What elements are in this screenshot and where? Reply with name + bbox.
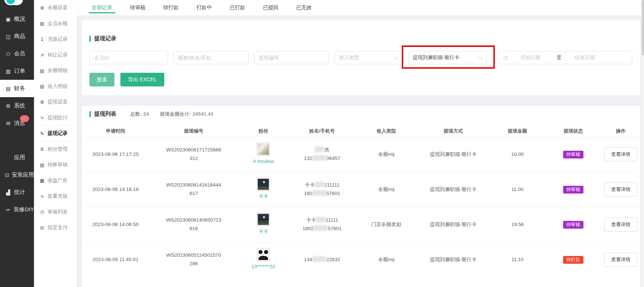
list-section-title: 提现列表 总数: 24 提现金额合计: 24541.43 xyxy=(82,106,640,117)
sidebar-item-label: 商品 xyxy=(14,33,25,40)
status-badge: 待打款 xyxy=(563,256,584,264)
sidebar-item-overview[interactable]: ▣概况 xyxy=(0,10,34,28)
submenu-item-label: 积分管理 xyxy=(48,146,68,153)
search-button[interactable]: 搜索 xyxy=(89,73,114,86)
cell-action: 查看详情 xyxy=(601,147,640,161)
submenu-item-balance-details[interactable]: ▤余额明细 xyxy=(34,63,77,79)
cell-withdraw-method: 提现到兼职猫-银行卡 xyxy=(417,185,490,194)
sidebar-item-label: 统计 xyxy=(14,189,25,196)
primary-sidebar-items: ▣概况◫商品⚇会员▥订单▤财务⚙系统✉消息...应用⊡安装应用▟统计✑装修DIY xyxy=(0,10,34,218)
list-section-title-text: 提现列表 xyxy=(94,110,116,117)
fan-nickname[interactable]: 卡卡 xyxy=(238,228,288,236)
fan-nickname[interactable]: 卡卡 xyxy=(238,192,288,201)
masked-text xyxy=(312,155,326,161)
table-row: 2023-06-05 11:45:01WS2023060511450157028… xyxy=(82,242,640,277)
submenu-item-transfer-records[interactable]: ⇗转让记录 xyxy=(34,47,77,63)
submenu-item-income-details[interactable]: ▤收入明细 xyxy=(34,79,77,95)
member-id-input[interactable] xyxy=(89,51,168,64)
cell-fan: 卡卡 xyxy=(238,178,288,201)
view-detail-button[interactable]: 查看详情 xyxy=(604,253,637,267)
date-end-placeholder[interactable]: 结束日期 xyxy=(575,54,595,61)
tab-paid[interactable]: 已打款 xyxy=(225,0,250,16)
view-detail-button[interactable]: 查看详情 xyxy=(604,147,637,161)
chevron-down-icon xyxy=(479,56,483,59)
sidebar-item-orders[interactable]: ▥订单 xyxy=(0,62,34,80)
submenu-item-designated-payment[interactable]: ⊟指定支付 xyxy=(34,220,77,236)
fan-nickname[interactable]: 13*******32 xyxy=(238,263,288,271)
cell-apply-time: 2023-06-06 14:06:50 xyxy=(82,221,149,229)
sidebar-item-diy[interactable]: ✑装修DIY xyxy=(0,201,34,218)
cell-income-type: 门店余额奖励 xyxy=(356,221,417,229)
nickname-input[interactable] xyxy=(174,51,249,64)
submenu-item-balance-settings[interactable]: ⚙余额设置 xyxy=(34,0,77,16)
submenu-item-label: 充值记录 xyxy=(48,36,68,42)
fan-nickname[interactable]: A Incubus xyxy=(238,157,288,165)
export-excel-button[interactable]: 导出 EXCEL xyxy=(120,73,164,86)
view-detail-button[interactable]: 查看详情 xyxy=(604,218,637,232)
install-apps-icon: ⊡ xyxy=(5,172,9,178)
download-icon: ↧ xyxy=(39,37,45,42)
view-detail-button[interactable]: 查看详情 xyxy=(604,182,637,197)
sidebar-item-label: 安装应用 xyxy=(12,171,34,178)
cell-amount: 10.00 xyxy=(490,150,545,159)
cell-withdraw-method: 提现到兼职猫-银行卡 xyxy=(417,150,490,159)
withdraw-filter-panel: 提现记录 收入类型 提现到兼职猫-银行卡 ◷ 开始日期 至 结束日期 搜索 导 xyxy=(82,20,640,95)
system-gear-icon: ⚙ xyxy=(5,103,11,109)
withdraw-method-select[interactable]: 提现到兼职猫-银行卡 xyxy=(408,51,487,64)
filter-inputs-row: 收入类型 提现到兼职猫-银行卡 ◷ 开始日期 至 结束日期 xyxy=(89,51,640,64)
sidebar-item-apps[interactable]: 应用 xyxy=(0,149,34,166)
submenu-item-audit-list[interactable]: ◷审核列表 xyxy=(34,204,77,220)
sidebar-item-install-apps[interactable]: ⊡安装应用 xyxy=(0,166,34,184)
submenu-item-withdraw-records[interactable]: ✎提现记录 xyxy=(34,126,77,141)
status-badge: 待审核 xyxy=(563,221,584,229)
line-chart-icon: ∿ xyxy=(39,115,45,120)
submenu-item-recharge-records[interactable]: ↧充值记录 xyxy=(34,31,77,47)
date-range-picker[interactable]: ◷ 开始日期 至 结束日期 xyxy=(499,51,632,64)
cell-withdraw-method: 提现到兼职猫-银行卡 xyxy=(417,221,490,229)
column-header-3: 粉丝 xyxy=(238,128,288,134)
submenu-item-label: 批量充值 xyxy=(48,193,68,199)
filter-section-title-text: 提现记录 xyxy=(94,35,116,42)
submenu-item-member-balance[interactable]: ▤会员余额 xyxy=(34,16,77,32)
sidebar-item-members[interactable]: ⚇会员 xyxy=(0,45,34,62)
cart-icon: ▥ xyxy=(5,68,11,74)
tab-rejected[interactable]: 已驳回 xyxy=(258,0,283,16)
income-type-select[interactable]: 收入类型 xyxy=(334,51,402,64)
sidebar-item-system[interactable]: ⚙系统 xyxy=(0,97,34,115)
overview-icon: ▣ xyxy=(5,16,11,22)
apps-grid-icon xyxy=(5,154,11,161)
sidebar-item-finance[interactable]: ▤财务 xyxy=(0,80,34,97)
sidebar-item-goods[interactable]: ◫商品 xyxy=(0,28,34,45)
document-icon: ▤ xyxy=(39,83,45,89)
submenu-item-batch-recharge[interactable]: ∿批量充值 xyxy=(34,188,77,204)
tab-invalid[interactable]: 已无效 xyxy=(292,0,316,16)
status-badge: 待审核 xyxy=(563,186,584,194)
submenu-item-revenue-ads[interactable]: ▦收益广告 xyxy=(34,173,77,189)
goods-icon: ◫ xyxy=(5,34,11,40)
vertical-scrollbar[interactable] xyxy=(641,0,644,287)
sum-label: 提现金额合计: xyxy=(160,111,191,117)
sidebar-item-messages[interactable]: ✉消息... xyxy=(0,115,34,132)
tab-paying[interactable]: 打款中 xyxy=(192,0,216,16)
submenu-item-label: 转让记录 xyxy=(48,52,68,58)
submenu-item-withdraw-stats[interactable]: ∿提现统计 xyxy=(34,110,77,126)
submenu-item-withdraw-settings[interactable]: ⚙提现设置 xyxy=(34,94,77,110)
masked-text xyxy=(312,256,326,262)
scrollbar-thumb[interactable] xyxy=(642,0,644,55)
tab-pending-review[interactable]: 待审核 xyxy=(126,0,150,16)
submenu-item-transfer-audit[interactable]: ▤转账审核 xyxy=(34,157,77,173)
withdraw-list-panel: 提现列表 总数: 24 提现金额合计: 24541.43 申请时间提现编号粉丝姓… xyxy=(82,106,640,287)
primary-sidebar: ▣概况◫商品⚇会员▥订单▤财务⚙系统✉消息...应用⊡安装应用▟统计✑装修DIY xyxy=(0,0,34,287)
tab-pending-payment[interactable]: 待打款 xyxy=(159,0,183,16)
filter-buttons-row: 搜索 导出 EXCEL xyxy=(89,73,640,86)
masked-text xyxy=(312,190,326,196)
tab-all-records[interactable]: 全部记录 xyxy=(87,0,117,16)
income-type-select-value: 收入类型 xyxy=(339,54,359,61)
withdraw-no-input[interactable] xyxy=(254,51,329,64)
column-header-1: 申请时间 xyxy=(82,128,149,134)
app-logo[interactable] xyxy=(4,0,23,5)
date-start-placeholder[interactable]: 开始日期 xyxy=(520,54,540,61)
gauge-icon: ◷ xyxy=(39,209,45,215)
sidebar-item-stats[interactable]: ▟统计 xyxy=(0,184,34,201)
submenu-item-points-management[interactable]: ≣积分管理 xyxy=(34,141,77,157)
